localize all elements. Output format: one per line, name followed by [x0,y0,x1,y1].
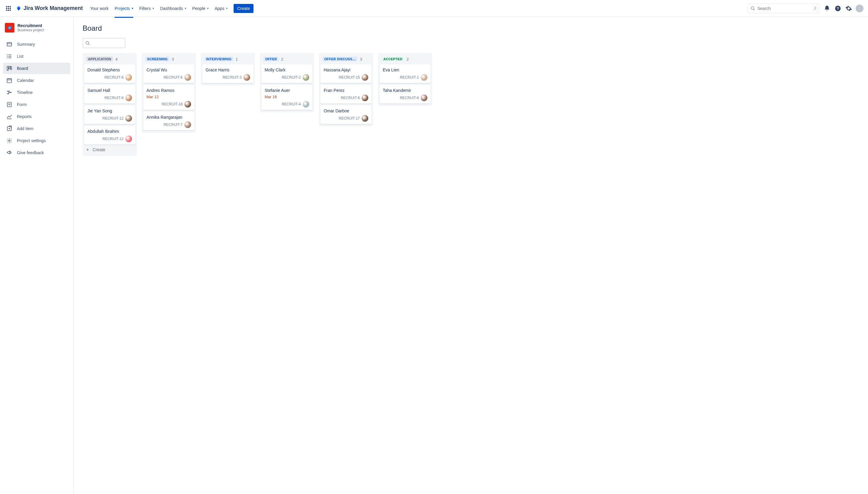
assignee-avatar[interactable] [302,74,309,81]
card-key: RECRUIT-2 [282,75,301,79]
sidebar-item-project-settings[interactable]: Project settings [3,135,70,146]
column-header[interactable]: ACCEPTED2 [380,55,430,64]
sidebar-item-list[interactable]: List [3,51,70,62]
card-title: Molly Clark [265,68,309,72]
card-due-date: Mar 12 [146,95,191,99]
nav-item-filters[interactable]: Filters▾ [137,4,156,13]
card-title: Omar Darboe [324,109,368,113]
card[interactable]: Annika RangarajanRECRUIT-7 [144,112,194,130]
nav-item-apps[interactable]: Apps▾ [212,4,230,13]
assignee-avatar[interactable] [125,95,132,101]
sidebar-item-give-feedback[interactable]: Give feedback [3,147,70,158]
sidebar-item-label: Summary [17,42,35,47]
column-header[interactable]: OFFER2 [262,55,312,64]
assignee-avatar[interactable] [362,74,368,81]
column-header[interactable]: SCREENING3 [144,55,194,64]
assignee-avatar[interactable] [184,121,191,128]
assignee-avatar[interactable] [125,115,132,122]
column-cards: Molly ClarkRECRUIT-2Stefanie AuerMar 16R… [262,64,312,110]
column-header[interactable]: OFFER DISCUSS…3 [321,55,371,64]
column-count: 2 [281,57,283,61]
nav-item-label: Filters [139,6,151,11]
assignee-avatar[interactable] [302,101,309,108]
assignee-avatar[interactable] [362,95,368,101]
svg-line-1 [754,9,755,10]
card[interactable]: Jie Yan SongRECRUIT-12 [85,106,135,124]
sidebar-item-timeline[interactable]: Timeline [3,87,70,98]
card[interactable]: Donald StephensRECRUIT-8 [85,64,135,83]
card-footer: RECRUIT-18 [146,101,191,108]
nav-item-label: Dashboards [160,6,183,11]
sidebar: Recruitment Business project SummaryList… [0,17,74,494]
sidebar-item-add-item[interactable]: Add item [3,123,70,134]
card-key: RECRUIT-8 [105,75,124,79]
card[interactable]: Samuel HallRECRUIT-8 [85,85,135,103]
sidebar-item-form[interactable]: Form [3,99,70,110]
assignee-avatar[interactable] [125,136,132,142]
card[interactable]: Molly ClarkRECRUIT-2 [262,64,312,83]
create-card-label: Create [93,147,105,152]
card[interactable]: Stefanie AuerMar 16RECRUIT-4 [262,85,312,110]
list-icon [6,53,13,60]
chevron-down-icon: ▾ [207,7,208,10]
card-key: RECRUIT-7 [164,122,183,127]
project-name: Recruitment [17,23,44,28]
sidebar-item-label: Reports [17,114,32,119]
assignee-avatar[interactable] [421,74,427,81]
assignee-avatar[interactable] [184,74,191,81]
card-key: RECRUIT-6 [400,96,419,100]
notifications-button[interactable] [822,4,832,13]
nav-item-projects[interactable]: Projects▾ [112,4,136,13]
sidebar-item-reports[interactable]: Reports [3,111,70,122]
svg-rect-16 [7,79,12,82]
column-cards: Eva LienRECRUIT-1Taha KandemirRECRUIT-6 [380,64,430,103]
assignee-avatar[interactable] [184,101,191,108]
nav-item-dashboards[interactable]: Dashboards▾ [158,4,189,13]
card[interactable]: Eva LienRECRUIT-1 [380,64,430,83]
card-footer: RECRUIT-17 [324,115,368,122]
card[interactable]: Fran PerezRECRUIT-6 [321,85,371,103]
card-key: RECRUIT-12 [103,137,124,141]
card[interactable]: Crystal WuRECRUIT-6 [144,64,194,83]
card[interactable]: Abdullah IbrahimRECRUIT-12 [85,126,135,145]
assignee-avatar[interactable] [125,74,132,81]
card[interactable]: Hassana AjayiRECRUIT-15 [321,64,371,83]
card-title: Jie Yan Song [87,109,132,113]
sidebar-item-label: Board [17,66,28,71]
search-shortcut-hint: / [813,6,818,11]
create-button[interactable]: Create [234,4,254,13]
create-card-button[interactable]: +Create [85,145,135,154]
sidebar-item-label: Form [17,102,27,107]
sidebar-item-summary[interactable]: Summary [3,39,70,50]
product-logo[interactable]: Jira Work Management [16,5,83,12]
card[interactable]: Taha KandemirRECRUIT-6 [380,85,430,103]
card[interactable]: Omar DarboeRECRUIT-17 [321,106,371,124]
column-title: ACCEPTED [382,57,404,61]
search-input[interactable] [747,4,820,13]
board-column: APPLICATION4Donald StephensRECRUIT-8Samu… [82,53,137,156]
help-button[interactable]: ? [833,4,843,13]
column-header[interactable]: INTERVIEWING1 [203,55,253,64]
profile-button[interactable] [855,4,864,13]
card[interactable]: Andres RamosMar 12RECRUIT-18 [144,85,194,110]
assignee-avatar[interactable] [421,95,427,101]
add-item-icon [6,125,13,132]
app-switcher-button[interactable] [4,4,13,13]
nav-item-people[interactable]: People▾ [190,4,211,13]
avatar-icon [856,4,864,12]
settings-button[interactable] [844,4,853,13]
layout: Recruitment Business project SummaryList… [0,17,868,494]
nav-item-your-work[interactable]: Your work [88,4,111,13]
assignee-avatar[interactable] [243,74,250,81]
card[interactable]: Grace HarrisRECRUIT-3 [203,64,253,83]
card-key: RECRUIT-18 [162,102,183,106]
project-info: Recruitment Business project [17,23,44,32]
column-header[interactable]: APPLICATION4 [85,55,135,64]
assignee-avatar[interactable] [362,115,368,122]
topbar: Jira Work Management Your workProjects▾F… [0,0,868,17]
sidebar-item-board[interactable]: Board [3,63,70,74]
svg-point-11 [7,56,8,57]
sidebar-item-calendar[interactable]: Calendar [3,75,70,86]
project-header[interactable]: Recruitment Business project [3,23,70,39]
column-count: 2 [407,57,409,61]
